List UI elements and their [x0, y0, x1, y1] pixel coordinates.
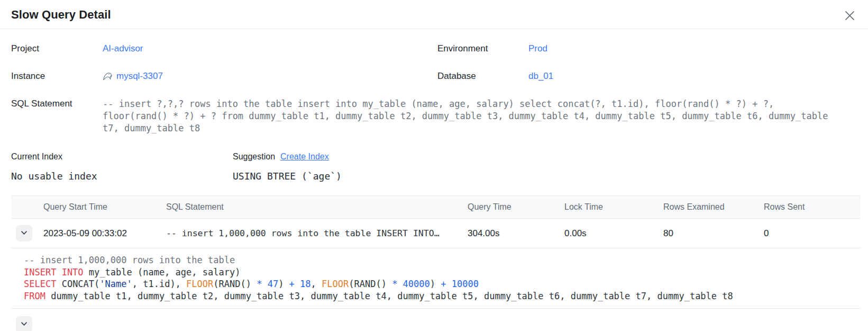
chevron-down-icon: [20, 229, 28, 238]
current-index-value: No usable index: [11, 171, 233, 182]
instance-label: Instance: [11, 70, 103, 82]
cell-lock-time: 0.00s: [564, 219, 663, 248]
close-button[interactable]: [842, 7, 857, 23]
database-label: Database: [437, 70, 528, 82]
suggestion-value: USING BTREE (`age`): [233, 171, 861, 182]
sql-statement-summary: -- insert ?,?,? rows into the table inse…: [103, 98, 861, 135]
instance-link[interactable]: mysql-3307: [116, 70, 163, 82]
col-query-start-time: Query Start Time: [43, 196, 166, 219]
slow-query-detail-dialog: Slow Query Detail Project AI-advisor Env…: [0, 0, 868, 331]
index-section: Current Index Suggestion Create Index No…: [11, 151, 861, 182]
next-table-row-partial: [11, 316, 861, 331]
cell-query-start-time: 2023-05-09 00:33:02: [43, 219, 166, 248]
info-section: Project AI-advisor Environment Prod Inst…: [11, 43, 861, 135]
expanded-sql: -- insert 1,000,000 rows into the tableI…: [11, 248, 861, 309]
cell-sql-statement: -- insert 1,000,000 rows into the table …: [166, 219, 468, 248]
table-row[interactable]: 2023-05-09 00:33:02 -- insert 1,000,000 …: [11, 219, 861, 248]
mysql-dolphin-icon: [103, 71, 113, 82]
col-sql-statement: SQL Statement: [166, 196, 468, 219]
environment-label: Environment: [437, 43, 528, 55]
collapse-row-button[interactable]: [16, 225, 32, 241]
close-icon: [844, 10, 855, 21]
project-link[interactable]: AI-advisor: [103, 43, 143, 53]
col-rows-examined: Rows Examined: [663, 196, 764, 219]
suggestion-label: Suggestion: [233, 151, 275, 163]
expand-column-header: [11, 196, 43, 219]
page-title: Slow Query Detail: [11, 8, 857, 22]
cell-rows-sent: 0: [764, 219, 861, 248]
create-index-link[interactable]: Create Index: [280, 152, 329, 162]
cell-query-time: 304.00s: [468, 219, 564, 248]
project-label: Project: [11, 43, 103, 55]
environment-link[interactable]: Prod: [528, 43, 547, 53]
chevron-down-icon: [20, 320, 28, 329]
database-link[interactable]: db_01: [528, 71, 553, 81]
current-index-label: Current Index: [11, 151, 233, 163]
col-query-time: Query Time: [468, 196, 564, 219]
sql-statement-label: SQL Statement: [11, 98, 103, 110]
cell-rows-examined: 80: [663, 219, 764, 248]
col-rows-sent: Rows Sent: [764, 196, 861, 219]
expand-row-button[interactable]: [16, 316, 32, 331]
dialog-header: Slow Query Detail: [0, 0, 868, 29]
dialog-body: Project AI-advisor Environment Prod Inst…: [0, 43, 868, 331]
slow-query-table: Query Start Time SQL Statement Query Tim…: [11, 195, 861, 331]
table-header-row: Query Start Time SQL Statement Query Tim…: [11, 196, 861, 219]
col-lock-time: Lock Time: [564, 196, 663, 219]
